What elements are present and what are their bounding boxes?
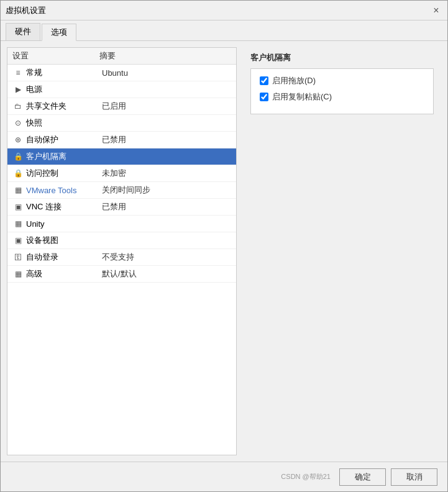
section-title: 客户机隔离 [250, 52, 434, 63]
power-name: 电源 [26, 84, 102, 95]
list-item-snapshot[interactable]: ⊙快照 [7, 115, 236, 132]
auto-protect-name: 自动保护 [26, 134, 102, 145]
power-icon: ▶ [12, 84, 24, 95]
shared-folders-name: 共享文件夹 [26, 101, 102, 112]
device-view-name: 设备视图 [26, 235, 102, 246]
footer: CSDN @帮助21 确定 取消 [1, 462, 447, 491]
tab-hardware[interactable]: 硬件 [6, 23, 40, 40]
guest-isolation-icon: 🔒 [12, 151, 24, 162]
tab-options[interactable]: 选项 [42, 24, 76, 41]
auto-protect-icon: ⊛ [12, 134, 24, 145]
list-item-advanced[interactable]: ▦高级默认/默认 [7, 266, 236, 283]
list-item-power[interactable]: ▶电源 [7, 81, 236, 98]
access-control-icon: 🔒 [12, 168, 24, 179]
list-item-access-control[interactable]: 🔒访问控制未加密 [7, 165, 236, 182]
list-header: 设置 摘要 [7, 48, 236, 65]
vmware-tools-icon: ▦ [12, 184, 24, 196]
general-name: 常规 [26, 67, 102, 78]
device-view-icon: ▣ [12, 235, 24, 246]
settings-list: 设置 摘要 ≡常规Ubuntu▶电源🗀共享文件夹已启用⊙快照⊛自动保护已禁用🔒客… [7, 47, 237, 455]
list-item-auto-login[interactable]: ⚿自动登录不受支持 [7, 249, 236, 266]
auto-login-icon: ⚿ [12, 252, 24, 263]
title-bar: 虚拟机设置 × [1, 1, 447, 20]
auto-protect-value: 已禁用 [102, 134, 231, 145]
access-control-name: 访问控制 [26, 168, 102, 179]
tabs-bar: 硬件 选项 [1, 20, 447, 41]
auto-login-value: 不受支持 [102, 252, 231, 263]
copy-paste-label[interactable]: 启用复制粘贴(C) [272, 91, 332, 102]
unity-name: Unity [26, 219, 102, 229]
confirm-button[interactable]: 确定 [339, 468, 386, 486]
copy-paste-checkbox[interactable] [260, 93, 268, 101]
auto-login-name: 自动登录 [26, 252, 102, 263]
cancel-button[interactable]: 取消 [391, 468, 437, 486]
main-content: 设置 摘要 ≡常规Ubuntu▶电源🗀共享文件夹已启用⊙快照⊛自动保护已禁用🔒客… [1, 41, 447, 462]
watermark: CSDN @帮助21 [281, 472, 331, 481]
vnc-icon: ▣ [12, 201, 24, 212]
shared-folders-icon: 🗀 [12, 101, 24, 112]
advanced-value: 默认/默认 [102, 268, 231, 280]
list-item-auto-protect[interactable]: ⊛自动保护已禁用 [7, 132, 236, 148]
general-value: Ubuntu [102, 68, 231, 78]
vmware-tools-value: 关闭时间同步 [102, 184, 231, 196]
shared-folders-value: 已启用 [102, 101, 231, 112]
dialog-title: 虚拟机设置 [6, 5, 46, 16]
vnc-name: VNC 连接 [26, 201, 102, 212]
vmware-tools-name: VMware Tools [26, 186, 102, 195]
list-item-vmware-tools[interactable]: ▦VMware Tools关闭时间同步 [7, 182, 236, 199]
close-button[interactable]: × [430, 4, 442, 17]
list-item-shared-folders[interactable]: 🗀共享文件夹已启用 [7, 98, 236, 115]
right-panel: 客户机隔离 启用拖放(D) 启用复制粘贴(C) [243, 47, 441, 455]
drag-drop-row: 启用拖放(D) [260, 75, 424, 86]
snapshot-icon: ⊙ [12, 117, 24, 129]
advanced-icon: ▦ [12, 268, 24, 280]
vnc-value: 已禁用 [102, 201, 231, 212]
options-box: 启用拖放(D) 启用复制粘贴(C) [250, 68, 434, 114]
advanced-name: 高级 [26, 268, 102, 280]
list-item-vnc[interactable]: ▣VNC 连接已禁用 [7, 199, 236, 216]
drag-drop-label[interactable]: 启用拖放(D) [272, 75, 316, 86]
dialog: 虚拟机设置 × 硬件 选项 设置 摘要 ≡常规Ubuntu▶电源🗀共享文件夹已启… [0, 0, 448, 492]
general-icon: ≡ [12, 67, 24, 78]
drag-drop-checkbox[interactable] [260, 76, 268, 85]
list-item-unity[interactable]: ▦Unity [7, 216, 236, 232]
unity-icon: ▦ [12, 218, 24, 229]
list-item-guest-isolation[interactable]: 🔒客户机隔离 [7, 148, 236, 165]
header-setting: 设置 [12, 50, 99, 62]
copy-paste-row: 启用复制粘贴(C) [260, 91, 424, 102]
snapshot-name: 快照 [26, 117, 102, 129]
access-control-value: 未加密 [102, 168, 231, 179]
guest-isolation-name: 客户机隔离 [26, 151, 102, 162]
list-item-general[interactable]: ≡常规Ubuntu [7, 65, 236, 81]
header-desc: 摘要 [99, 50, 231, 62]
list-item-device-view[interactable]: ▣设备视图 [7, 232, 236, 249]
